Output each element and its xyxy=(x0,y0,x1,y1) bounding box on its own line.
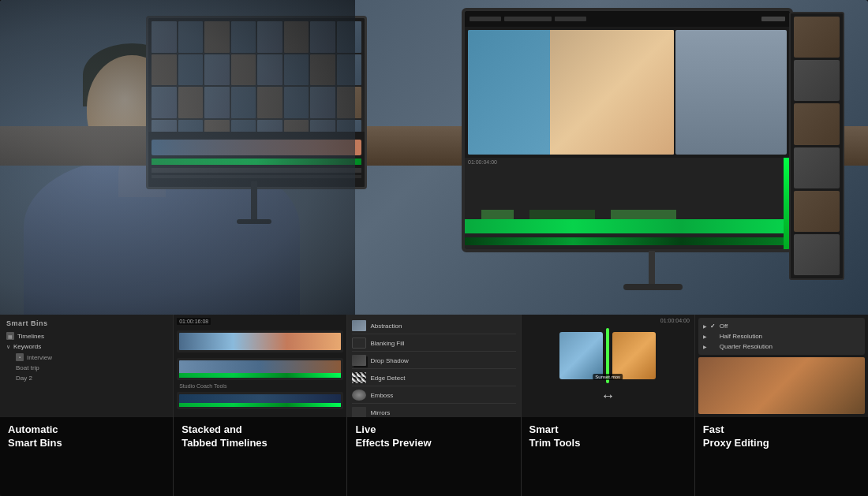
smart-trim-text: Smart Trim Tools xyxy=(522,417,694,496)
le-item-5: Mirrors xyxy=(352,405,515,417)
sb-label-keywords: Keywords xyxy=(13,343,41,350)
monitor-left xyxy=(146,16,367,189)
main-container: 01:00:04:00 Smart Bins xyxy=(0,0,868,496)
smart-bins-panel-title: Smart Bins xyxy=(6,319,166,327)
timecode-display: 01:00:16:08 xyxy=(177,318,211,325)
le-thumb-4 xyxy=(352,390,366,401)
stacked-timelines-title: Stacked and Tabbed Timelines xyxy=(181,423,339,450)
features-bar: Smart Bins ▦ Timelines ∨ Keywords ▪ Inte… xyxy=(0,315,868,496)
proxy-label-1: Half Resolution xyxy=(720,333,762,340)
smart-trim-title: Smart Trim Tools xyxy=(529,423,687,450)
arrow-icon-2: ▶ xyxy=(703,344,707,349)
le-thumb-3 xyxy=(352,372,366,383)
sb-item-interview: ▪ Interview xyxy=(16,352,166,363)
timeline-label: Studio Coach Tools xyxy=(177,382,343,390)
arrow-icon-0: ▶ xyxy=(703,323,707,329)
live-effects-preview: Abstraction Blanking Fill Drop Shadow Ed… xyxy=(347,315,520,417)
timelines-icon: ▦ xyxy=(6,332,14,340)
proxy-label-2: Quarter Resolution xyxy=(720,343,773,350)
stacked-timelines-text: Stacked and Tabbed Timelines xyxy=(174,417,346,496)
le-item-2: Drop Shadow xyxy=(352,352,515,369)
timeline-row-3 xyxy=(177,392,343,409)
feature-panel-smart-bins: Smart Bins ▦ Timelines ∨ Keywords ▪ Inte… xyxy=(0,315,174,496)
feature-panel-smart-trim: 01:00:04:00 Sunset.mov ↔ Smart Trim Tool… xyxy=(522,315,695,496)
le-item-1: Blanking Fill xyxy=(352,335,515,352)
le-thumb-2 xyxy=(352,355,366,366)
sb-label-boat: Boat trip xyxy=(16,364,39,371)
le-item-4: Emboss xyxy=(352,387,515,404)
fast-proxy-preview: ▶ ✓ Off ▶ ✓ Half Resolution ▶ ✓ Quarter … xyxy=(695,315,868,417)
trim-arrow-icon: ↔ xyxy=(600,388,615,405)
sb-label-interview: Interview xyxy=(27,354,52,361)
le-thumb-5 xyxy=(352,407,366,417)
smart-trim-preview: 01:00:04:00 Sunset.mov ↔ xyxy=(522,315,694,417)
le-label-4: Emboss xyxy=(370,392,393,399)
feature-panel-fast-proxy: ▶ ✓ Off ▶ ✓ Half Resolution ▶ ✓ Quarter … xyxy=(695,315,868,496)
sb-label-day2: Day 2 xyxy=(16,375,32,382)
live-effects-title: Live Effects Preview xyxy=(355,423,512,450)
le-thumb-0 xyxy=(352,320,366,331)
proxy-thumbnail xyxy=(698,357,865,414)
arrow-icon-1: ▶ xyxy=(703,334,707,339)
stacked-timelines-preview: 01:00:16:08 Studio Coach Tools xyxy=(174,315,346,417)
clip-icon-interview: ▪ xyxy=(16,353,24,361)
le-label-2: Drop Shadow xyxy=(370,357,408,364)
proxy-menu: ▶ ✓ Off ▶ ✓ Half Resolution ▶ ✓ Quarter … xyxy=(698,318,865,355)
check-icon-0: ✓ xyxy=(710,323,716,330)
background-photo: 01:00:04:00 xyxy=(0,0,868,323)
monitor-right: 01:00:04:00 xyxy=(462,8,793,252)
sb-item-day2: Day 2 xyxy=(16,373,166,383)
monitor-right-stand xyxy=(649,251,655,286)
trim-clips-container: Sunset.mov xyxy=(559,328,656,383)
smart-bins-title: Automatic Smart Bins xyxy=(8,423,165,450)
le-label-0: Abstraction xyxy=(370,323,402,330)
le-label-1: Blanking Fill xyxy=(370,340,404,347)
equipment-panel-right xyxy=(789,12,844,280)
feature-panel-live-effects: Abstraction Blanking Fill Drop Shadow Ed… xyxy=(347,315,521,496)
proxy-menu-item-0: ▶ ✓ Off xyxy=(703,321,860,331)
monitor-right-base xyxy=(623,284,683,290)
sb-label-timelines: Timelines xyxy=(17,333,44,340)
fast-proxy-text: Fast Proxy Editing xyxy=(695,417,868,496)
proxy-menu-item-2: ▶ ✓ Quarter Resolution xyxy=(703,341,860,352)
timeline-row-1 xyxy=(177,330,343,352)
le-item-3: Edge Detect xyxy=(352,370,515,386)
timeline-row-2 xyxy=(177,358,343,380)
proxy-menu-item-1: ▶ ✓ Half Resolution xyxy=(703,331,860,341)
feature-panel-stacked-timelines: 01:00:16:08 Studio Coach Tools Stacked a… xyxy=(174,315,347,496)
smart-bins-text: Automatic Smart Bins xyxy=(0,417,173,496)
sb-item-keywords: ∨ Keywords xyxy=(6,341,166,352)
sb-item-boat: Boat trip xyxy=(16,363,166,373)
sb-sub-items: ▪ Interview Boat trip Day 2 xyxy=(6,352,166,383)
le-thumb-1 xyxy=(352,338,366,349)
trim-timecode: 01:00:04:00 xyxy=(660,318,690,323)
trim-clip-left xyxy=(559,332,603,379)
le-label-5: Mirrors xyxy=(370,409,390,416)
smart-bins-preview: Smart Bins ▦ Timelines ∨ Keywords ▪ Inte… xyxy=(0,315,173,417)
trim-edit-point: Sunset.mov xyxy=(606,328,609,383)
fast-proxy-title: Fast Proxy Editing xyxy=(703,423,860,450)
sb-item-timelines: ▦ Timelines xyxy=(6,330,166,341)
clip-name-badge: Sunset.mov xyxy=(593,374,623,380)
live-effects-text: Live Effects Preview xyxy=(347,417,520,496)
trim-clip-right xyxy=(612,332,656,379)
monitor-right-screen: 01:00:04:00 xyxy=(465,11,790,249)
chevron-icon: ∨ xyxy=(6,344,10,350)
le-label-3: Edge Detect xyxy=(370,375,405,382)
proxy-label-0: Off xyxy=(720,323,728,330)
le-item-0: Abstraction xyxy=(352,318,515,334)
